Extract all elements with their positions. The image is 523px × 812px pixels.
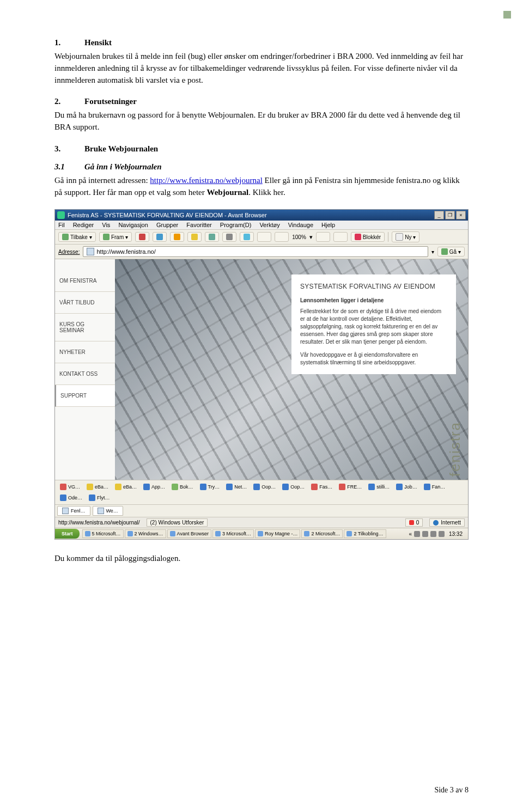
sidebar-item-om[interactable]: OM FENISTRA bbox=[55, 270, 115, 292]
menu-favoritter[interactable]: Favoritter bbox=[186, 222, 211, 228]
section-1-title: Hensikt bbox=[84, 38, 112, 47]
page-viewport: OM FENISTRA VÅRT TILBUD KURS OG SEMINAR … bbox=[55, 259, 468, 480]
task-1[interactable]: 5 Microsoft… bbox=[82, 529, 124, 538]
stop-icon bbox=[139, 234, 145, 240]
menu-navigasjon[interactable]: Navigasjon bbox=[118, 222, 148, 228]
link-app[interactable]: App… bbox=[141, 482, 168, 492]
link-flyt[interactable]: Flyt… bbox=[86, 493, 113, 503]
sidebar-item-kontakt[interactable]: KONTAKT OSS bbox=[55, 363, 115, 385]
home-button[interactable] bbox=[170, 232, 184, 242]
section-1: 1. Hensikt bbox=[54, 38, 469, 47]
stop-button[interactable] bbox=[135, 232, 149, 242]
tool-button-1[interactable] bbox=[257, 232, 271, 242]
sidebar-item-tilbud[interactable]: VÅRT TILBUD bbox=[55, 292, 115, 314]
sidebar-item-kurs[interactable]: KURS OG SEMINAR bbox=[55, 314, 115, 341]
after-screenshot-text: Du kommer da til påloggingsdialogen. bbox=[54, 553, 469, 565]
sidebar-item-nyheter[interactable]: NYHETER bbox=[55, 341, 115, 363]
tray-icon[interactable] bbox=[414, 531, 420, 537]
link-fas[interactable]: Fas… bbox=[308, 482, 335, 492]
blokker-button[interactable]: Blokkér bbox=[351, 232, 385, 242]
go-button[interactable]: Gå ▾ bbox=[437, 247, 465, 257]
tool-button-4[interactable] bbox=[333, 232, 348, 242]
tray-icon[interactable] bbox=[439, 531, 445, 537]
app-icon bbox=[304, 531, 309, 536]
menu-vindauge[interactable]: Vindauge bbox=[288, 222, 313, 228]
link-ode[interactable]: Ode… bbox=[57, 493, 85, 503]
tab-icon bbox=[62, 508, 69, 514]
task-3[interactable]: Avant Browser bbox=[167, 529, 211, 538]
task-6[interactable]: 2 Microsoft… bbox=[301, 529, 343, 538]
link-fre[interactable]: FRE… bbox=[336, 482, 364, 492]
menu-grupper[interactable]: Grupper bbox=[156, 222, 178, 228]
tool-button-2[interactable] bbox=[275, 232, 289, 242]
address-bar: Adresse: http://www.fenistra.no/ ▾ Gå ▾ bbox=[55, 245, 468, 259]
reload-icon bbox=[156, 234, 163, 240]
generic-icon bbox=[278, 234, 285, 240]
sidebar-item-support-label: SUPPORT bbox=[60, 393, 111, 399]
close-button[interactable]: × bbox=[456, 211, 466, 219]
favicon-icon bbox=[396, 484, 403, 490]
tray-icon[interactable] bbox=[422, 531, 428, 537]
task-5[interactable]: Roy Magne -… bbox=[255, 529, 301, 538]
new-tab-button[interactable]: Ny ▾ bbox=[392, 231, 419, 242]
menu-rediger[interactable]: Rediger bbox=[73, 222, 94, 228]
new-icon bbox=[396, 233, 403, 241]
search-button[interactable] bbox=[205, 232, 219, 242]
tray-icon[interactable] bbox=[430, 531, 436, 537]
system-tray: « 13:32 bbox=[405, 530, 468, 538]
forward-button[interactable]: Fram ▾ bbox=[99, 232, 132, 242]
link-job[interactable]: Job… bbox=[393, 482, 420, 492]
sidebar-item-support[interactable]: SUPPORT bbox=[55, 385, 115, 407]
link-vg[interactable]: VG… bbox=[57, 482, 83, 492]
back-icon bbox=[62, 234, 69, 240]
section-1-number: 1. bbox=[54, 38, 84, 47]
favicon-icon bbox=[89, 494, 95, 501]
link-stilli[interactable]: stilli… bbox=[366, 482, 392, 492]
start-button[interactable]: Start bbox=[55, 529, 80, 539]
link-eba1[interactable]: eBa… bbox=[84, 482, 111, 492]
tab-fenl[interactable]: Fenl… bbox=[57, 506, 90, 516]
links-bar: VG… eBa… eBa… App… Bok… Try… Net… Oop… O… bbox=[55, 480, 468, 504]
zoom-label[interactable]: 100% bbox=[292, 234, 306, 240]
back-button[interactable]: Tilbake ▾ bbox=[58, 232, 96, 242]
link-fan[interactable]: Fan… bbox=[421, 482, 448, 492]
print-button[interactable] bbox=[222, 232, 236, 242]
task-2[interactable]: 2 Windows… bbox=[125, 529, 166, 538]
fullscreen-button[interactable] bbox=[240, 232, 254, 242]
task-7[interactable]: 2 Tilkobling… bbox=[344, 529, 386, 538]
link-oop1[interactable]: Oop… bbox=[251, 482, 278, 492]
menu-program[interactable]: Program(D) bbox=[220, 222, 251, 228]
generic-icon bbox=[261, 234, 267, 240]
tab-row: Fenl… We… bbox=[55, 504, 468, 517]
section-3-title: Bruke Webjournalen bbox=[84, 144, 158, 154]
maximize-button[interactable]: ❐ bbox=[445, 211, 455, 219]
status-url: http://www.fenistra.no/webjournal/ bbox=[58, 520, 140, 526]
page-footer: Side 3 av 8 bbox=[434, 786, 469, 795]
reload-button[interactable] bbox=[153, 232, 167, 242]
favicon-icon bbox=[424, 484, 430, 490]
link-bok[interactable]: Bok… bbox=[169, 482, 196, 492]
menu-fil[interactable]: Fil bbox=[58, 222, 65, 228]
minimize-button[interactable]: _ bbox=[434, 211, 444, 219]
favicon-icon bbox=[200, 484, 206, 490]
section-3-1-end: . Klikk her. bbox=[248, 188, 285, 197]
menu-hjelp[interactable]: Hjelp bbox=[321, 222, 335, 228]
webjournal-link[interactable]: http://www.fenistra.no/webjournal bbox=[150, 176, 262, 185]
section-3-1-bold: Webjournal bbox=[207, 188, 249, 197]
tab-we[interactable]: We… bbox=[93, 506, 123, 516]
link-eba2[interactable]: eBa… bbox=[112, 482, 139, 492]
forward-icon bbox=[103, 234, 110, 240]
favicon-icon bbox=[115, 484, 121, 490]
link-net[interactable]: Net… bbox=[223, 482, 250, 492]
url-input[interactable]: http://www.fenistra.no/ bbox=[83, 246, 428, 257]
favorites-button[interactable] bbox=[187, 232, 202, 242]
menu-vis[interactable]: Vis bbox=[102, 222, 110, 228]
task-4[interactable]: 3 Microsoft… bbox=[212, 529, 254, 538]
tray-expand-icon[interactable]: « bbox=[409, 531, 412, 537]
link-try[interactable]: Try… bbox=[197, 482, 223, 492]
menu-verktoy[interactable]: Verktøy bbox=[259, 222, 279, 228]
tool-button-3[interactable] bbox=[316, 232, 330, 242]
search-icon bbox=[209, 234, 215, 240]
favicon-icon bbox=[226, 484, 233, 490]
link-oop2[interactable]: Oop… bbox=[279, 482, 307, 492]
